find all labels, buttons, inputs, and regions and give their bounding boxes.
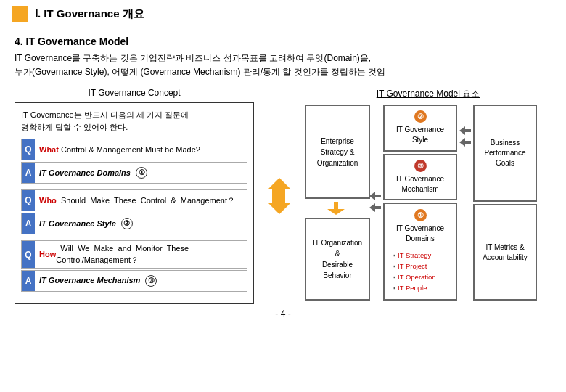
left-panel: IT Governance Concept IT Governance는 반드시…	[15, 88, 254, 304]
highlight-how: How	[39, 249, 56, 260]
a-label-1: A	[22, 163, 35, 183]
q-label-2: Q	[22, 190, 35, 211]
q-row-2: Q Who Should Make These Control & Manage…	[21, 189, 247, 211]
gov-domains-text: IT GovernanceDomains	[396, 224, 444, 244]
col3: BusinessPerformanceGoals IT Metrics &Acc…	[473, 105, 537, 301]
h-double-arrow-2-svg	[459, 126, 471, 148]
svg-marker-8	[459, 138, 471, 147]
qa-group-1: Q What Control & Management Must be Made…	[21, 139, 247, 184]
col2: ② IT GovernanceStyle ③ IT GovernanceMech…	[383, 105, 457, 301]
right-panel: IT Governance Model 요소 EnterpriseStrateg…	[305, 88, 551, 304]
model-diagram: EnterpriseStrategy &Organization IT Orga…	[305, 105, 551, 301]
org-box: IT Organization&DesirableBehavior	[305, 218, 370, 301]
domain-item-project: IT Project	[393, 261, 447, 271]
gov-mech-content: ③ IT GovernanceMechanism	[396, 160, 444, 195]
h-arrow-2	[459, 105, 471, 301]
header-accent-square	[12, 6, 28, 22]
concept-box: IT Governance는 반드시 다음의 세 가지 질문에명확하게 답할 수…	[15, 102, 254, 304]
q-row-3: Q How Will We Make and Monitor These Con…	[21, 240, 247, 269]
svg-marker-4	[327, 209, 345, 215]
right-panel-title: IT Governance Model 요소	[305, 88, 551, 100]
domain-item-people: IT People	[393, 282, 447, 293]
badge-1: ①	[414, 209, 427, 221]
gov-style-content: ② IT GovernanceStyle	[396, 110, 444, 145]
gov-domains-box: ① IT GovernanceDomains IT Strategy IT Pr…	[383, 203, 457, 301]
a-label-2: A	[22, 213, 35, 234]
metrics-box: IT Metrics &Accountability	[473, 204, 537, 301]
svg-marker-5	[369, 192, 381, 200]
page-footer: - 4 -	[15, 309, 551, 319]
header-title: Ⅰ. IT Governance 개요	[35, 7, 144, 21]
highlight-who: Who	[39, 195, 57, 206]
metrics-text: IT Metrics &Accountability	[483, 242, 528, 263]
enterprise-text: EnterpriseStrategy &Organization	[317, 136, 358, 168]
domain-item-strategy: IT Strategy	[393, 250, 447, 261]
gov-mech-text: IT GovernanceMechanism	[396, 174, 444, 195]
svg-rect-3	[334, 202, 338, 209]
h-double-arrow-svg	[369, 192, 381, 213]
a-row-2: A IT Governance Style ②	[21, 213, 247, 234]
enterprise-box: EnterpriseStrategy &Organization	[305, 105, 370, 199]
circle-1: ①	[136, 167, 147, 179]
circle-2: ②	[121, 218, 133, 229]
down-arrow-svg	[327, 202, 345, 215]
connector-arrow-svg	[268, 178, 290, 214]
biz-text: BusinessPerformanceGoals	[484, 138, 525, 168]
a-content-1: IT Governance Domains ①	[35, 163, 247, 183]
gov-style-box: ② IT GovernanceStyle	[383, 105, 457, 151]
domain-item-operation: IT Operation	[393, 271, 447, 282]
qa-group-3: Q How Will We Make and Monitor These Con…	[21, 240, 247, 292]
gov-style-text: IT GovernanceStyle	[396, 125, 444, 145]
left-panel-title: IT Governance Concept	[15, 88, 254, 98]
q-label-1: Q	[22, 139, 35, 160]
a-content-2: IT Governance Style ②	[35, 213, 247, 234]
highlight-what: What	[39, 144, 59, 155]
qa-group-2: Q Who Should Make These Control & Manage…	[21, 189, 247, 234]
q-content-2: Who Should Make These Control & Manageme…	[35, 190, 247, 211]
section-description: IT Governance를 구축하는 것은 기업전략과 비즈니스 성과목표를 …	[15, 52, 551, 79]
page-number: - 4 -	[275, 309, 290, 319]
content-area: IT Governance Concept IT Governance는 반드시…	[15, 88, 551, 304]
section-title: 4. IT Governance Model	[15, 36, 551, 47]
down-arrow-connector	[305, 201, 367, 216]
badge-3: ③	[414, 160, 427, 172]
col1: EnterpriseStrategy &Organization IT Orga…	[305, 105, 367, 301]
svg-rect-0	[272, 189, 285, 203]
intro-text: IT Governance는 반드시 다음의 세 가지 질문에명확하게 답할 수…	[21, 109, 247, 133]
svg-marker-1	[268, 203, 290, 214]
a-row-3: A IT Governance Mechanism ③	[21, 270, 247, 292]
svg-marker-6	[369, 203, 381, 212]
domain-list: IT Strategy IT Project IT Operation IT P…	[389, 247, 451, 297]
header: Ⅰ. IT Governance 개요	[0, 0, 566, 28]
main-content: 4. IT Governance Model IT Governance를 구축…	[0, 28, 566, 326]
q-content-3: How Will We Make and Monitor These Contr…	[35, 241, 247, 268]
gov-mech-box: ③ IT GovernanceMechanism	[383, 154, 457, 200]
q-label-3: Q	[22, 241, 35, 268]
svg-marker-2	[268, 178, 290, 189]
gov-domains-inner: ① IT GovernanceDomains	[389, 207, 451, 247]
a-content-3: IT Governance Mechanism ③	[35, 271, 247, 291]
h-arrow-1	[369, 105, 381, 301]
a-row-1: A IT Governance Domains ①	[21, 162, 247, 184]
connector-arrow	[268, 88, 290, 304]
org-text: IT Organization&DesirableBehavior	[313, 237, 362, 281]
q-content-1: What Control & Management Must be Made?	[35, 139, 247, 160]
a-label-3: A	[22, 271, 35, 291]
biz-box: BusinessPerformanceGoals	[473, 105, 537, 202]
svg-marker-7	[459, 126, 471, 135]
q-row-1: Q What Control & Management Must be Made…	[21, 139, 247, 160]
badge-2: ②	[414, 110, 427, 123]
circle-3: ③	[145, 275, 157, 287]
